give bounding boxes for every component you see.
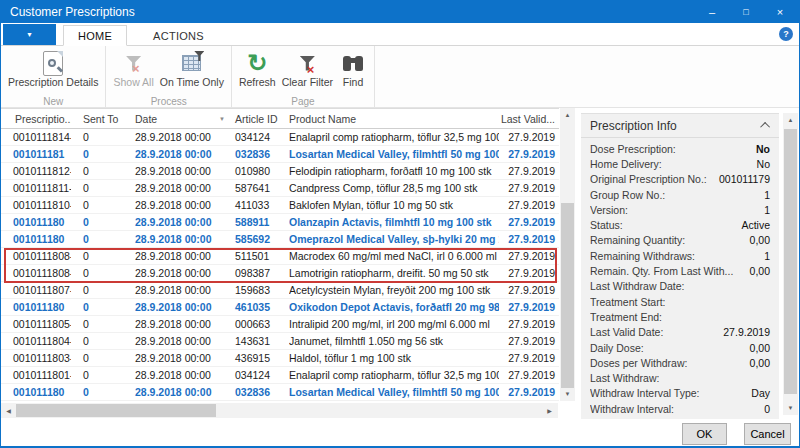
field-value: Active [741, 219, 770, 231]
ribbon-group-process: × Show All On Time Only Process [106, 46, 231, 107]
cancel-button[interactable]: Cancel [744, 423, 791, 445]
table-row[interactable]: 0010111814-0 0 28.9.2018 00:00 034124 En… [1, 129, 559, 146]
cell-sent-to: 0 [71, 301, 135, 313]
clear-filter-button[interactable]: × Clear Filter [279, 48, 336, 95]
cell-date: 28.9.2018 00:00 [135, 386, 231, 398]
table-row[interactable]: 0010111805-0 0 28.9.2018 00:00 000663 In… [1, 316, 559, 333]
on-time-only-button[interactable]: On Time Only [157, 48, 227, 95]
column-header-article-id[interactable]: Article ID [231, 113, 289, 125]
refresh-button[interactable]: ↻ Refresh [236, 48, 279, 95]
table-row[interactable]: 0010111811-0 0 28.9.2018 00:00 587641 Ca… [1, 180, 559, 197]
cell-article-id: 411033 [231, 199, 289, 211]
panel-scroll-up-icon[interactable]: ▲ [783, 113, 798, 127]
panel-field-row: Remain. Qty. From Last With... 0,00 [581, 263, 779, 278]
table-row[interactable]: 0010111812-0 0 28.9.2018 00:00 010980 Fe… [1, 163, 559, 180]
close-button[interactable]: × [763, 1, 797, 23]
scroll-down-icon[interactable]: ▼ [560, 387, 575, 401]
table-row[interactable]: 0010111808-2 0 28.9.2018 00:00 511501 Ma… [1, 248, 559, 265]
filter-dropdown-icon[interactable]: ▼ [219, 116, 231, 122]
column-header-date[interactable]: Date ▼ [135, 113, 231, 125]
prescription-details-button[interactable]: Prescription Details [5, 48, 101, 95]
cell-last-valid: 27.9.2019 [499, 216, 559, 228]
cell-article-id: 461035 [231, 301, 289, 313]
field-value: 1 [764, 204, 770, 216]
cell-date: 28.9.2018 00:00 [135, 369, 231, 381]
panel-header[interactable]: Prescription Info [581, 114, 779, 138]
show-all-button[interactable]: × Show All [110, 48, 156, 95]
cell-product-name: Intralipid 200 mg/ml, irl 200 mg/ml 6.00… [289, 318, 499, 330]
scroll-left-icon[interactable]: ◀ [1, 403, 16, 418]
table-row[interactable]: 0010111807-0 0 28.9.2018 00:00 159683 Ac… [1, 282, 559, 299]
table-row[interactable]: 0010111803-0 0 28.9.2018 00:00 436915 Ha… [1, 350, 559, 367]
field-value: 1 [764, 189, 770, 201]
document-search-icon [43, 49, 63, 77]
panel-field-row: Original Prescription No.: 001011179 [581, 172, 779, 187]
table-filter-icon [182, 49, 201, 77]
column-header-product-name[interactable]: Product Name [289, 113, 499, 125]
table-row[interactable]: 0010111804-0 0 28.9.2018 00:00 143631 Ja… [1, 333, 559, 350]
cell-sent-to: 0 [71, 165, 135, 177]
cell-article-id: 143631 [231, 335, 289, 347]
table-row[interactable]: 0010111810-0 0 28.9.2018 00:00 411033 Ba… [1, 197, 559, 214]
help-button[interactable]: ? [779, 27, 793, 41]
panel-scroll-down-icon[interactable]: ▼ [783, 401, 798, 415]
field-value: 27.9.2019 [723, 326, 770, 338]
cell-date: 28.9.2018 00:00 [135, 182, 231, 194]
minimize-button[interactable]: – [695, 1, 729, 23]
cell-product-name: Baklofen Mylan, töflur 10 mg 50 stk [289, 199, 499, 211]
table-row[interactable]: 0010111801-0 0 28.9.2018 00:00 034124 En… [1, 367, 559, 384]
cell-prescription-no: 0010111810-0 [1, 199, 71, 211]
scroll-right-icon[interactable]: ▶ [542, 403, 557, 418]
cell-sent-to: 0 [71, 267, 135, 279]
cell-article-id: 010980 [231, 165, 289, 177]
table-row[interactable]: 0010111808-1 0 28.9.2018 00:00 098387 La… [1, 265, 559, 282]
table-row[interactable]: 001011180 0 28.9.2018 00:00 461035 Oxiko… [1, 299, 559, 316]
app-menu-button[interactable]: ▼ [3, 24, 56, 45]
cell-product-name: Felodipin ratiopharm, forðatfl 10 mg 100… [289, 165, 499, 177]
column-header-prescription-no[interactable]: Prescriptio... [1, 113, 71, 125]
grid-horizontal-scrollbar[interactable]: ◀ ▶ [1, 403, 558, 418]
tab-home[interactable]: HOME [63, 25, 127, 46]
tab-actions[interactable]: ACTIONS [139, 25, 218, 46]
cell-prescription-no: 0010111805-0 [1, 318, 71, 330]
table-row[interactable]: 001011180 0 28.9.2018 00:00 588911 Olanz… [1, 214, 559, 231]
ok-button[interactable]: OK [682, 423, 727, 445]
column-header-sent-to[interactable]: Sent To [71, 113, 135, 125]
grid-vertical-scrollbar[interactable]: ▲ ▼ [560, 108, 575, 401]
field-label: Withdraw Interval: [590, 403, 674, 415]
field-value: No [756, 143, 770, 155]
cell-product-name: Candpress Comp, töflur 28,5 mg 100 stk [289, 182, 499, 194]
column-header-last-valid[interactable]: Last Valid... [499, 113, 559, 125]
table-row[interactable]: 001011180 0 28.9.2018 00:00 585692 Omepr… [1, 231, 559, 248]
cell-last-valid: 27.9.2019 [499, 301, 559, 313]
cell-sent-to: 0 [71, 233, 135, 245]
scroll-up-icon[interactable]: ▲ [560, 108, 575, 122]
title-bar: Customer Prescriptions – □ × [1, 1, 799, 23]
chevron-up-icon[interactable] [760, 122, 770, 132]
cell-last-valid: 27.9.2019 [499, 284, 559, 296]
cell-prescription-no: 001011181 [1, 148, 71, 160]
field-value: 001011179 [719, 173, 770, 185]
field-label: Treatment End: [590, 311, 662, 323]
panel-fields: Dose Prescription: No Home Delivery: No … [581, 138, 779, 419]
table-row[interactable]: 001011181 0 28.9.2018 00:00 032836 Losar… [1, 146, 559, 163]
cell-prescription-no: 0010111801-0 [1, 369, 71, 381]
field-label: Version: [590, 204, 628, 216]
cell-sent-to: 0 [71, 148, 135, 160]
find-label: Find [343, 77, 363, 88]
cell-product-name: Losartan Medical Valley, filmhtfl 50 mg … [289, 386, 499, 398]
panel-scrollbar[interactable]: ▲ ▼ [783, 113, 798, 415]
find-button[interactable]: Find [336, 48, 370, 95]
field-label: Remain. Qty. From Last With... [590, 265, 733, 277]
grid-hscroll-thumb[interactable] [16, 404, 216, 417]
cell-article-id: 436915 [231, 352, 289, 364]
grid-vscroll-thumb[interactable] [561, 203, 574, 388]
panel-scroll-thumb[interactable] [784, 129, 797, 394]
panel-field-row: Last Withdraw Date: [581, 279, 779, 294]
field-label: Remaining Quantity: [590, 234, 685, 246]
cell-date: 28.9.2018 00:00 [135, 233, 231, 245]
table-row[interactable]: 001011180 0 28.9.2018 00:00 032836 Losar… [1, 384, 559, 401]
maximize-button[interactable]: □ [729, 1, 763, 23]
cell-prescription-no: 0010111808-1 [1, 267, 71, 279]
cell-prescription-no: 0010111808-2 [1, 250, 71, 262]
